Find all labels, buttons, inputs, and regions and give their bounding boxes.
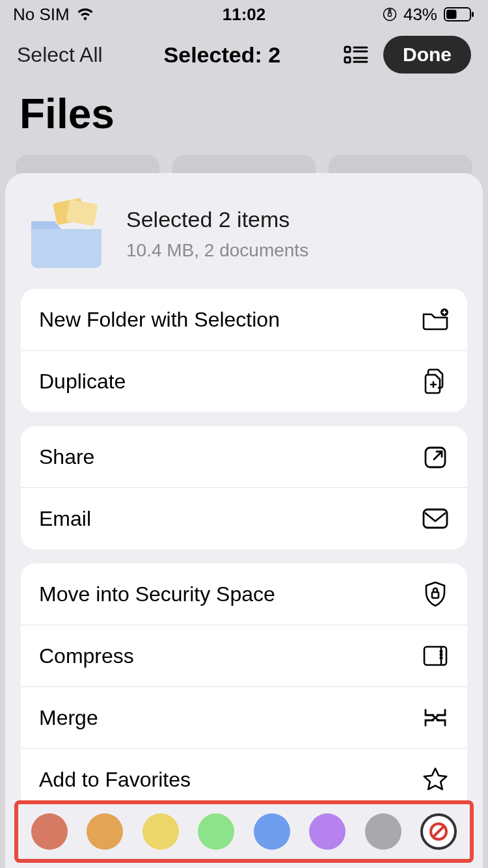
svg-rect-3: [446, 10, 457, 19]
archive-icon: [422, 642, 449, 670]
star-icon: [422, 766, 449, 793]
folder-add-icon: [422, 306, 449, 333]
move-security-space-button[interactable]: Move into Security Space: [21, 563, 467, 625]
mail-icon: [422, 505, 449, 532]
merge-icon: [422, 704, 449, 731]
no-tag-icon: [427, 821, 450, 843]
tag-color-yellow[interactable]: [142, 813, 179, 850]
new-folder-with-selection-button[interactable]: New Folder with Selection: [21, 289, 467, 350]
svg-rect-5: [345, 47, 350, 52]
svg-line-23: [433, 826, 444, 837]
background-tiles: [0, 155, 488, 173]
tag-color-gray[interactable]: [365, 813, 401, 850]
carrier-text: No SIM: [13, 5, 70, 25]
action-group: Share Email: [21, 426, 467, 549]
sheet-subtitle: 10.4 MB, 2 documents: [126, 240, 308, 261]
tag-color-red[interactable]: [31, 813, 68, 850]
color-tag-bar: [14, 800, 474, 863]
svg-rect-8: [345, 57, 350, 62]
bg-tile: [329, 155, 472, 173]
compress-button[interactable]: Compress: [21, 625, 467, 686]
folder-documents-icon: [25, 198, 108, 269]
view-mode-icon[interactable]: [342, 40, 370, 69]
wifi-icon: [76, 7, 94, 21]
action-label: New Folder with Selection: [39, 308, 280, 332]
email-button[interactable]: Email: [21, 487, 467, 549]
duplicate-icon: [422, 368, 449, 395]
select-all-button[interactable]: Select All: [17, 43, 103, 67]
duplicate-button[interactable]: Duplicate: [21, 350, 467, 412]
bg-tile: [16, 155, 159, 173]
svg-point-20: [441, 654, 442, 655]
tag-color-purple[interactable]: [309, 813, 346, 850]
action-label: Add to Favorites: [39, 768, 191, 792]
status-time: 11:02: [223, 5, 266, 25]
action-label: Email: [39, 507, 91, 531]
battery-icon: [444, 7, 475, 22]
svg-rect-17: [424, 647, 446, 665]
status-bar: No SIM 11:02 43%: [0, 0, 488, 29]
action-group: Move into Security Space Compress Merge …: [21, 563, 467, 810]
tag-color-none[interactable]: [420, 813, 457, 850]
action-label: Move into Security Space: [39, 582, 275, 606]
shield-lock-icon: [422, 580, 449, 608]
sheet-title: Selected 2 items: [126, 207, 308, 232]
nav-bar: Select All Selected: 2 Done: [0, 29, 488, 81]
svg-rect-16: [432, 592, 439, 598]
action-label: Share: [39, 445, 94, 469]
tag-color-blue[interactable]: [254, 813, 290, 850]
action-sheet: Selected 2 items 10.4 MB, 2 documents Ne…: [5, 173, 483, 868]
share-button[interactable]: Share: [21, 426, 467, 487]
tag-color-orange[interactable]: [87, 813, 123, 850]
bg-tile: [172, 155, 316, 173]
merge-button[interactable]: Merge: [21, 686, 467, 748]
sheet-header: Selected 2 items 10.4 MB, 2 documents: [5, 189, 483, 289]
action-label: Compress: [39, 644, 134, 668]
svg-point-21: [441, 657, 442, 658]
orientation-lock-icon: [383, 7, 397, 21]
tag-color-green[interactable]: [198, 813, 234, 850]
share-icon: [422, 443, 449, 470]
nav-title: Selected: 2: [116, 42, 329, 68]
action-group: New Folder with Selection Duplicate: [21, 289, 467, 412]
svg-rect-15: [424, 509, 447, 528]
action-label: Merge: [39, 706, 98, 730]
battery-percent: 43%: [403, 5, 437, 25]
page-title: Files: [0, 81, 488, 155]
svg-point-19: [441, 651, 442, 652]
svg-rect-4: [472, 12, 474, 17]
done-button[interactable]: Done: [383, 36, 471, 74]
action-label: Duplicate: [39, 370, 126, 394]
svg-rect-1: [388, 13, 391, 16]
